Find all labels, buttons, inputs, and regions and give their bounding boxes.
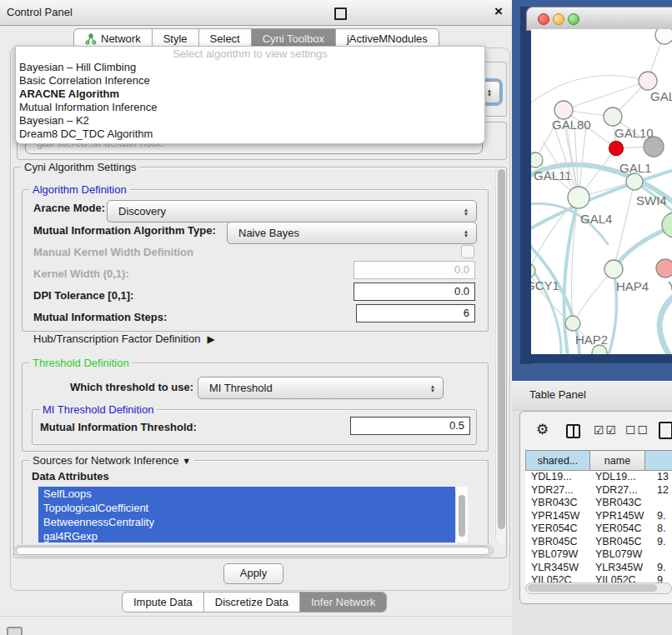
tab-network-label: Network bbox=[101, 32, 141, 45]
table-horizontal-scrollbar[interactable] bbox=[525, 582, 672, 594]
checked-pair-icon[interactable]: ☑☑ bbox=[594, 423, 618, 437]
algorithm-option[interactable]: Mutual Information Inference bbox=[16, 101, 484, 114]
float-icon[interactable] bbox=[334, 8, 347, 20]
table-row[interactable]: YBL079W YBL079W bbox=[526, 548, 672, 562]
close-icon[interactable]: × bbox=[494, 3, 503, 20]
node-label: GAL80 bbox=[552, 118, 591, 132]
node-label: Y bbox=[668, 278, 672, 292]
table-row[interactable]: YPR145W YPR145W 9. bbox=[526, 510, 672, 523]
window-shadow-left bbox=[520, 7, 531, 364]
mi-steps-label: Mutual Information Steps: bbox=[33, 311, 167, 323]
unchecked-pair-icon[interactable]: ☐☐ bbox=[625, 423, 649, 437]
kernel-width-label: Kernel Width (0,1): bbox=[33, 268, 129, 280]
aracne-mode-select[interactable]: Discovery ▲▼ bbox=[107, 200, 477, 222]
attribute-item[interactable]: BetweennessCentrality bbox=[38, 515, 455, 529]
column-header-name[interactable]: name bbox=[590, 451, 645, 471]
algorithm-dropdown-list: Bayesian – Hill ClimbingBasic Correlatio… bbox=[16, 61, 484, 141]
algorithm-option[interactable]: Bayesian – Hill Climbing bbox=[16, 61, 484, 74]
node-gal10[interactable] bbox=[604, 108, 622, 126]
threshold-definition-title: Threshold Definition bbox=[29, 357, 133, 369]
spinner-icon: ▲▼ bbox=[459, 229, 473, 238]
dropdown-placeholder: Select algorithm to view settings bbox=[16, 48, 484, 61]
table-panel-title: Table Panel bbox=[529, 388, 586, 401]
columns-icon[interactable] bbox=[566, 424, 580, 438]
algorithm-definition-title: Algorithm Definition bbox=[29, 183, 130, 196]
node-hap4[interactable] bbox=[604, 260, 623, 278]
mi-threshold-group-title: MI Threshold Definition bbox=[39, 403, 157, 416]
close-traffic-light[interactable] bbox=[538, 13, 549, 25]
mi-threshold-input[interactable]: 0.5 bbox=[350, 417, 470, 435]
dpi-tolerance-input[interactable]: 0.0 bbox=[354, 282, 475, 301]
node-label: GAL4 bbox=[580, 212, 612, 226]
table-row[interactable]: YBR043C YBR043C bbox=[526, 497, 672, 510]
node-y-partial[interactable] bbox=[656, 259, 672, 278]
control-panel-titlebar: Control Panel × bbox=[0, 0, 512, 26]
algorithm-option[interactable]: Bayesian – K2 bbox=[16, 114, 484, 128]
mi-type-select[interactable]: Naive Bayes ▲▼ bbox=[227, 222, 477, 244]
minimize-traffic-light[interactable] bbox=[553, 13, 564, 25]
manual-kernel-checkbox[interactable] bbox=[461, 245, 474, 258]
column-header-partial[interactable]: A bbox=[645, 451, 672, 471]
tab-discretize-data[interactable]: Discretize Data bbox=[203, 592, 299, 612]
node-gal1[interactable] bbox=[609, 142, 624, 156]
algorithm-option[interactable]: Basic Correlation Inference bbox=[16, 74, 484, 88]
node-label: GAL1 bbox=[619, 161, 651, 175]
node-gal11[interactable] bbox=[531, 152, 543, 168]
document-icon[interactable] bbox=[659, 422, 672, 439]
attribute-item[interactable]: gal4RGexp bbox=[38, 529, 455, 542]
network-icon bbox=[85, 33, 97, 45]
settings-horizontal-scrollbar[interactable] bbox=[13, 545, 494, 557]
minimized-window-icon[interactable] bbox=[7, 627, 23, 635]
table-body: YDL19... YDL19... 13 YDR27... YDR27... 1… bbox=[526, 471, 672, 587]
attribute-item[interactable]: TopologicalCoefficient bbox=[38, 501, 455, 515]
zoom-traffic-light[interactable] bbox=[568, 13, 579, 25]
settings-vertical-scrollbar[interactable] bbox=[495, 168, 506, 544]
table-row[interactable]: YDL19... YDL19... 13 bbox=[526, 471, 672, 484]
data-attributes-list: SelfLoopsTopologicalCoefficientBetweenne… bbox=[38, 487, 467, 542]
network-view-canvas[interactable]: GAL GAL80 GAL10 GAL1 GAL11 SWI4 GAL4 GCY… bbox=[531, 29, 672, 354]
network-window-titlebar[interactable] bbox=[526, 7, 672, 31]
gear-icon[interactable]: ⚙ bbox=[536, 421, 549, 438]
screen: Control Panel × Network Style Select Cyn… bbox=[0, 0, 672, 635]
node-table: shared... name A YDL19... YDL19... 13 YD… bbox=[525, 450, 672, 586]
node-gal4[interactable] bbox=[568, 187, 589, 208]
node-label: HAP4 bbox=[616, 279, 649, 293]
attribute-item[interactable]: SelfLoops bbox=[38, 487, 455, 501]
tab-impute-data[interactable]: Impute Data bbox=[123, 592, 203, 612]
node-right-green[interactable] bbox=[662, 212, 672, 238]
node-gcy1[interactable] bbox=[531, 264, 535, 278]
tab-infer-network[interactable]: Infer Network bbox=[299, 592, 386, 612]
table-row[interactable]: YBR045C YBR045C 9. bbox=[526, 536, 672, 549]
control-panel-title: Control Panel bbox=[7, 6, 73, 18]
hub-section-toggle[interactable]: Hub/Transcription Factor Definition▶ bbox=[33, 332, 215, 345]
node-label: GAL11 bbox=[534, 168, 572, 182]
expand-arrow-icon: ▶ bbox=[207, 333, 214, 345]
table-row[interactable]: YER054C YER054C 8. bbox=[526, 522, 672, 536]
mi-steps-input[interactable]: 6 bbox=[356, 304, 475, 322]
node-gal-partial[interactable] bbox=[639, 72, 657, 90]
mi-threshold-label: Mutual Information Threshold: bbox=[40, 421, 197, 433]
table-row[interactable]: YDR27... YDR27... 12 bbox=[526, 484, 672, 498]
table-clip: shared... name A YDL19... YDL19... 13 YD… bbox=[525, 450, 672, 586]
apply-button[interactable]: Apply bbox=[223, 563, 283, 584]
spinner-icon: ▲▼ bbox=[459, 208, 473, 216]
algorithm-option[interactable]: ARACNE Algorithm bbox=[16, 88, 484, 101]
node-hap2[interactable] bbox=[565, 316, 580, 331]
attributes-scrollbar[interactable] bbox=[455, 487, 468, 542]
node-gal80[interactable] bbox=[554, 101, 573, 119]
node-label: GAL10 bbox=[614, 126, 654, 140]
panel-bottom-edge bbox=[0, 616, 512, 617]
node-top-partial[interactable] bbox=[655, 29, 672, 44]
kernel-width-input[interactable]: 0.0 bbox=[354, 261, 475, 279]
data-attributes-label: Data Attributes bbox=[32, 470, 109, 482]
node-swi4[interactable] bbox=[626, 173, 643, 190]
table-row[interactable]: YLR345W YLR345W 9. bbox=[526, 562, 672, 575]
node-label: GCY1 bbox=[531, 278, 559, 292]
mi-type-label: Mutual Information Algorithm Type: bbox=[33, 224, 216, 237]
spinner-icon: ▲▼ bbox=[426, 384, 439, 392]
settings-group-title: Cyni Algorithm Settings bbox=[21, 161, 139, 173]
column-header-shared[interactable]: shared... bbox=[526, 451, 590, 471]
network-graph: GAL GAL80 GAL10 GAL1 GAL11 SWI4 GAL4 GCY… bbox=[531, 29, 672, 354]
which-threshold-select[interactable]: MI Threshold ▲▼ bbox=[198, 377, 444, 399]
algorithm-option[interactable]: Dream8 DC_TDC Algorithm bbox=[16, 128, 484, 141]
